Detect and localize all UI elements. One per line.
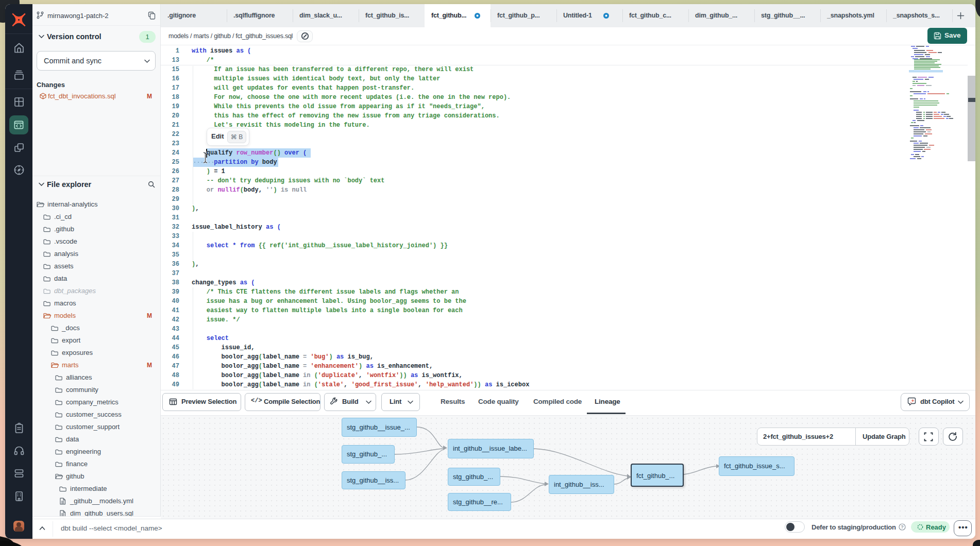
svg-text:?: ?	[901, 524, 904, 530]
